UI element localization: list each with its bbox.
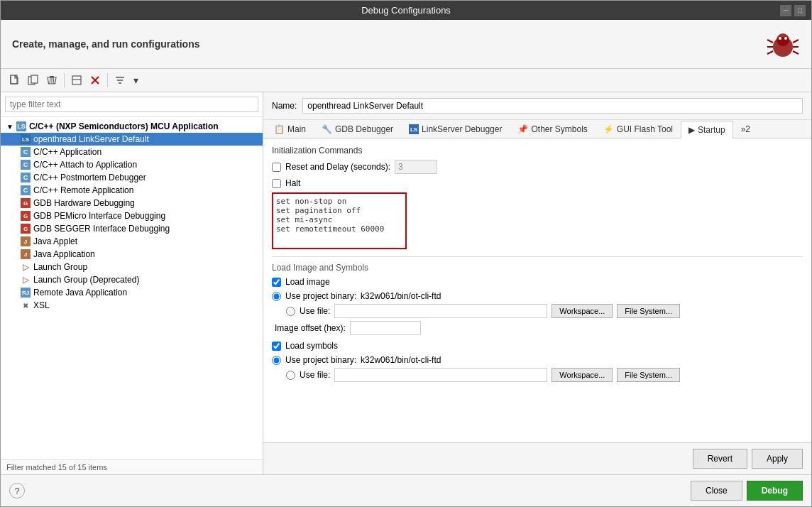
reset-input[interactable] (395, 160, 437, 174)
init-commands-section-label: Initialization Commands (272, 146, 803, 156)
use-project-binary-symbols-radio[interactable] (272, 356, 281, 365)
gdb-pemicro-label: GDB PEMicro Interface Debugging (33, 211, 165, 221)
use-project-binary-radio[interactable] (272, 292, 281, 301)
tree-item-launch-deprecated[interactable]: ▷ Launch Group (Deprecated) (1, 273, 263, 286)
reset-checkbox[interactable] (272, 163, 281, 172)
load-symbols-label: Load symbols (285, 341, 338, 351)
toolbar-separator-2 (107, 73, 108, 87)
workspace-button-symbols[interactable]: Workspace... (552, 368, 613, 382)
gdb-tab-icon: 🔧 (322, 124, 332, 134)
tree-item-gdb-hw[interactable]: G GDB Hardware Debugging (1, 197, 263, 209)
tab-overflow[interactable]: »2 (733, 120, 758, 138)
init-cmd-3: set mi-async (276, 215, 402, 224)
debug-button[interactable]: Debug (747, 481, 803, 501)
tree-item-launch-group[interactable]: ▷ Launch Group (1, 261, 263, 273)
new-config-button[interactable] (6, 72, 23, 89)
duplicate-config-button[interactable] (25, 72, 42, 89)
expand-arrow: ▼ (6, 123, 13, 131)
load-image-row: Load image (272, 277, 803, 287)
tree-group-cpp[interactable]: ▼ LS C/C++ (NXP Semiconductors) MCU Appl… (1, 120, 263, 133)
footer: ? Close Debug (1, 474, 811, 506)
reset-label: Reset and Delay (seconds): (285, 162, 390, 172)
use-project-binary-row: Use project binary: k32w061/bin/ot-cli-f… (272, 291, 803, 301)
svg-rect-13 (31, 75, 38, 83)
selected-item-icon: LS (21, 134, 31, 144)
load-section-label: Load Image and Symbols (272, 263, 803, 273)
tab-startup-label: Startup (698, 125, 725, 135)
file-system-button-symbols[interactable]: File System... (617, 368, 680, 382)
svg-line-14 (50, 77, 50, 84)
workspace-button-image[interactable]: Workspace... (552, 304, 613, 318)
cpp-postmortem-label: C/C++ Postmortem Debugger (33, 173, 146, 182)
remote-java-icon: RJ (21, 288, 31, 298)
file-input-image[interactable] (334, 304, 547, 318)
tabs-bar: 📋 Main 🔧 GDB Debugger LS LinkServer Debu… (263, 120, 811, 138)
use-project-binary-symbols-label: Use project binary: (285, 355, 356, 365)
tab-startup[interactable]: ▶ Startup (681, 121, 733, 138)
filter-button[interactable] (111, 72, 128, 89)
help-button[interactable]: ? (9, 483, 25, 498)
tab-main-label: Main (287, 124, 306, 134)
close-button[interactable]: Close (691, 481, 742, 501)
toolbar-separator (64, 73, 65, 87)
delete-folder-button[interactable] (43, 72, 60, 89)
svg-line-6 (767, 51, 773, 54)
maximize-button[interactable]: □ (794, 5, 806, 16)
tree-item-java-app[interactable]: J Java Application (1, 248, 263, 261)
filter-dropdown-button[interactable]: ▾ (130, 72, 141, 89)
tree-item-xsl[interactable]: ✖ XSL (1, 299, 263, 312)
minimize-button[interactable]: ─ (780, 5, 791, 16)
load-symbols-checkbox[interactable] (272, 342, 281, 351)
tree-item-openthread[interactable]: LS openthread LinkServer Default (1, 133, 263, 146)
tree-item-cpp-remote[interactable]: C C/C++ Remote Application (1, 184, 263, 197)
halt-checkbox[interactable] (272, 179, 281, 188)
cpp-app-label: C/C++ Application (33, 147, 102, 157)
tab-gui-flash-tool[interactable]: ⚡ GUI Flash Tool (596, 120, 681, 138)
tree-item-cpp-postmortem[interactable]: C C/C++ Postmortem Debugger (1, 171, 263, 184)
tree-item-gdb-segger[interactable]: G GDB SEGGER Interface Debugging (1, 222, 263, 235)
use-project-binary-label: Use project binary: (285, 291, 356, 301)
group-icon: LS (16, 121, 26, 131)
tab-main[interactable]: 📋 Main (266, 120, 314, 138)
window-title: Debug Configurations (361, 5, 451, 16)
cpp-remote-label: C/C++ Remote Application (33, 185, 133, 195)
init-commands-area[interactable]: set non-stop on set pagination off set m… (272, 192, 407, 249)
svg-line-15 (53, 77, 54, 84)
collapse-button[interactable] (68, 72, 85, 89)
apply-button[interactable]: Apply (752, 449, 803, 469)
use-file-image-radio[interactable] (286, 307, 295, 316)
filter-input[interactable] (5, 97, 258, 112)
svg-line-9 (793, 51, 799, 54)
gui-flash-tab-icon: ⚡ (603, 124, 614, 134)
tree-item-gdb-pemicro[interactable]: G GDB PEMicro Interface Debugging (1, 209, 263, 222)
init-cmd-2: set pagination off (276, 206, 402, 215)
init-cmd-1: set non-stop on (276, 197, 402, 206)
gdb-segger-icon: G (21, 224, 31, 234)
tab-gdb-debugger[interactable]: 🔧 GDB Debugger (314, 120, 401, 138)
cpp-attach-icon: C (21, 160, 31, 170)
remote-java-label: Remote Java Application (33, 288, 127, 298)
name-input[interactable] (302, 98, 803, 114)
tab-linkserver-debugger[interactable]: LS LinkServer Debugger (401, 120, 510, 138)
file-input-symbols[interactable] (334, 368, 547, 382)
footer-buttons: Close Debug (691, 481, 803, 501)
file-system-button-image[interactable]: File System... (617, 304, 680, 318)
java-applet-label: Java Applet (33, 236, 77, 246)
java-app-icon: J (21, 249, 31, 259)
delete-config-button[interactable] (87, 72, 104, 89)
tab-other-symbols[interactable]: 📌 Other Symbols (510, 120, 595, 138)
load-image-checkbox[interactable] (272, 278, 281, 287)
use-file-label: Use file: (300, 306, 330, 316)
xsl-icon: ✖ (21, 300, 31, 310)
filter-status-text: Filter matched 15 of 15 items (6, 463, 107, 471)
tab-gdb-label: GDB Debugger (335, 124, 393, 134)
image-offset-input[interactable] (350, 321, 421, 335)
use-file-symbols-radio[interactable] (286, 371, 295, 380)
tree-item-java-applet[interactable]: J Java Applet (1, 235, 263, 248)
revert-button[interactable]: Revert (693, 449, 747, 469)
tree-item-cpp-attach[interactable]: C C/C++ Attach to Application (1, 158, 263, 171)
tree-item-cpp-app[interactable]: C C/C++ Application (1, 146, 263, 158)
tab-other-symbols-label: Other Symbols (531, 124, 587, 134)
tree-item-remote-java[interactable]: RJ Remote Java Application (1, 286, 263, 299)
gdb-hw-icon: G (21, 198, 31, 208)
